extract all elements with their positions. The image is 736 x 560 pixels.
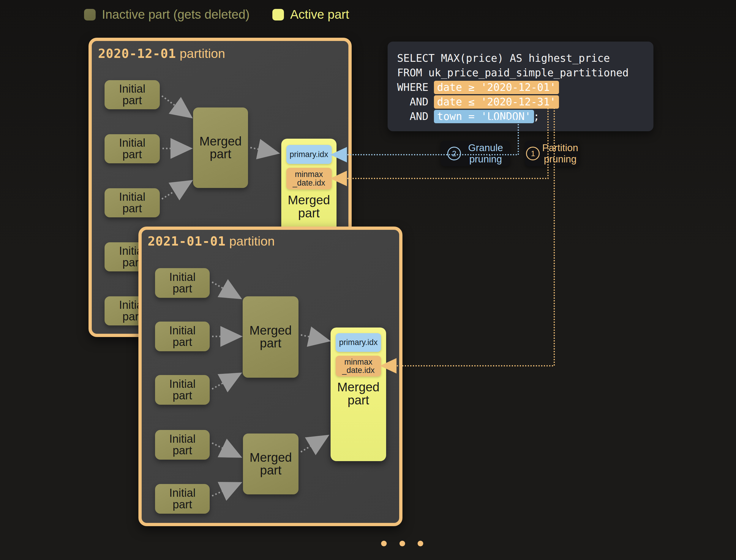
partition-2-suffix: partition	[226, 234, 275, 248]
merged-part-active: primary.idx minmax _date.idx Merged part	[330, 328, 386, 461]
merged-part-label: part	[260, 464, 281, 477]
merged-part-label: Merged	[249, 451, 292, 464]
merged-part-inactive: Merged part	[243, 296, 298, 378]
date-gte-highlight: date ≥ '2020-12-01'	[434, 81, 559, 94]
initial-part: Initial part	[155, 375, 210, 405]
minmax-idx-label: _date.idx	[292, 179, 325, 187]
partition-2-title: 2021-01-01 partition	[148, 234, 275, 249]
initial-part-label: Initial	[119, 191, 145, 203]
initial-part-label: part	[122, 149, 142, 160]
merged-part-inactive: Merged part	[243, 434, 298, 494]
active-merged-part-label: Merged part	[288, 194, 330, 220]
primary-idx-chip: primary.idx	[286, 145, 332, 164]
carousel-dot-3[interactable]	[418, 541, 423, 546]
step-1-badge-icon: 1	[526, 147, 540, 160]
primary-idx-label: primary.idx	[289, 150, 328, 159]
minmax-idx-label: minmax	[295, 170, 323, 178]
town-highlight: town = 'LONDON'	[434, 110, 534, 123]
partition-pruning-label: 1 Partition pruning	[525, 141, 580, 166]
initial-part: Initial part	[105, 134, 160, 163]
partition-2-date: 2021-01-01	[148, 234, 226, 249]
merged-part-label: Merged	[199, 135, 241, 148]
initial-part: Initial part	[105, 80, 160, 109]
carousel-dot-1[interactable]	[381, 541, 387, 546]
initial-part-label: Initial	[169, 433, 196, 445]
primary-idx-label: primary.idx	[339, 338, 378, 347]
diagram-canvas: Inactive part (gets deleted) Active part…	[0, 0, 736, 560]
partition-2021-01-01: 2021-01-01 partition Initial part Initia…	[138, 227, 403, 526]
partition-pruning-text: Partition pruning	[542, 142, 578, 165]
initial-part-label: part	[172, 336, 192, 348]
initial-part-label: part	[122, 203, 142, 214]
primary-idx-chip: primary.idx	[335, 333, 381, 352]
sql-line-4: AND date ≤ '2020-12-31'	[397, 95, 653, 109]
merged-part-label: part	[260, 337, 281, 350]
merged-part-inactive: Merged part	[193, 107, 248, 188]
sql-line-3: WHERE date ≥ '2020-12-01'	[397, 80, 653, 95]
initial-part-label: Initial	[169, 271, 196, 283]
initial-part: Initial part	[155, 430, 210, 460]
minmax-date-idx-chip: minmax _date.idx	[286, 168, 332, 189]
initial-part-label: Initial	[169, 325, 196, 336]
granule-pruning-label: 2 Granule pruning	[441, 141, 510, 166]
initial-part-label: Initial	[119, 137, 145, 149]
legend-active-label: Active part	[290, 8, 349, 21]
initial-part-label: part	[172, 283, 192, 295]
initial-part-label: part	[172, 499, 192, 510]
initial-part-label: part	[122, 95, 142, 106]
sql-line-5: AND town = 'LONDON';	[397, 109, 653, 124]
granule-pruning-text: Granule pruning	[468, 142, 503, 165]
partition-1-date: 2020-12-01	[98, 46, 176, 61]
sql-line-1: SELECT MAX(price) AS highest_price	[397, 51, 653, 66]
active-merged-part-label: Merged part	[337, 381, 379, 407]
legend-inactive-label: Inactive part (gets deleted)	[102, 8, 249, 21]
initial-part-label: part	[172, 445, 192, 456]
initial-part-label: Initial	[169, 378, 196, 390]
initial-part: Initial part	[155, 268, 210, 298]
sql-line-2: FROM uk_price_paid_simple_partitioned	[397, 66, 653, 80]
initial-part-label: Initial	[169, 487, 196, 499]
initial-part: Initial part	[155, 484, 210, 514]
minmax-idx-label: _date.idx	[342, 366, 375, 374]
active-part-swatch-icon	[272, 9, 284, 20]
initial-part-label: part	[172, 390, 192, 401]
merged-part-active: primary.idx minmax _date.idx Merged part	[281, 139, 336, 237]
merged-part-label: Merged	[249, 324, 292, 337]
partition-1-title: 2020-12-01 partition	[98, 46, 225, 61]
carousel-dot-2[interactable]	[400, 541, 405, 546]
date-lte-highlight: date ≤ '2020-12-31'	[434, 95, 559, 109]
merged-part-label: part	[210, 148, 231, 161]
initial-part-label: Initial	[119, 83, 145, 95]
initial-part: Initial part	[105, 188, 160, 217]
initial-part: Initial part	[155, 322, 210, 351]
partition-1-suffix: partition	[176, 46, 225, 61]
minmax-idx-label: minmax	[344, 358, 373, 366]
sql-query-box: SELECT MAX(price) AS highest_price FROM …	[388, 42, 653, 131]
minmax-date-idx-chip: minmax _date.idx	[335, 356, 381, 377]
inactive-part-swatch-icon	[84, 9, 96, 20]
step-2-badge-icon: 2	[447, 147, 461, 160]
